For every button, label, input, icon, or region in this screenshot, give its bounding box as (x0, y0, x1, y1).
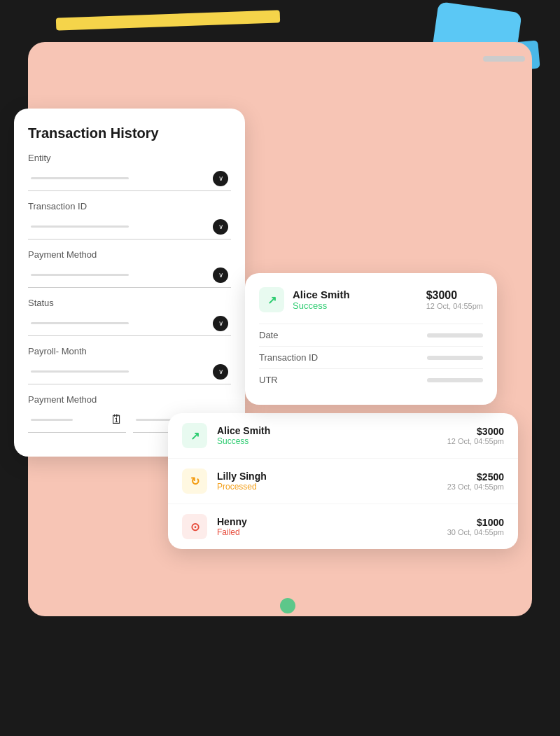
entity-field: Entity ∨ (28, 153, 231, 191)
henny-info: Henny Failed (217, 516, 247, 537)
status-dropdown[interactable]: ∨ (28, 311, 231, 336)
alice-info: Alice Smith Success (217, 425, 270, 446)
alice-status-icon: ↗ (182, 423, 207, 448)
detail-row-date: Date (259, 324, 483, 346)
payment-method-date-label: Payment Method (28, 394, 231, 405)
henny-name: Henny (217, 516, 247, 527)
lilly-amount-group: $2500 23 Oct, 04:55pm (447, 471, 504, 491)
payroll-month-field: Payroll- Month ∨ (28, 346, 231, 384)
payroll-month-dropdown-arrow[interactable]: ∨ (213, 364, 228, 380)
henny-amount: $1000 (447, 517, 504, 528)
alice-amount-group: $3000 12 Oct, 04:55pm (447, 426, 504, 445)
entity-dropdown-arrow[interactable]: ∨ (213, 171, 228, 186)
alice-status: Success (217, 436, 270, 446)
filter-panel-title: Transaction History (28, 125, 231, 141)
list-item-left-henny: ⊙ Henny Failed (182, 514, 247, 539)
calendar-from-icon[interactable]: 🗓 (111, 412, 123, 427)
detail-transaction-id-value (427, 356, 483, 360)
list-item[interactable]: ↻ Lilly Singh Processed $2500 23 Oct, 04… (168, 459, 518, 504)
detail-utr-label: UTR (259, 375, 278, 385)
list-item[interactable]: ↗ Alice Smith Success $3000 12 Oct, 04:5… (168, 413, 518, 459)
green-dot-decoration (280, 598, 295, 613)
henny-status: Failed (217, 527, 247, 537)
detail-name-group: ↗ Alice Smith Success (259, 287, 350, 312)
alice-datetime: 12 Oct, 04:55pm (447, 437, 504, 445)
date-from-line (31, 419, 73, 421)
payment-method-label: Payment Method (28, 249, 231, 260)
payroll-month-dropdown-line (31, 370, 129, 373)
detail-date-label: Date (259, 330, 278, 340)
payment-method-field: Payment Method ∨ (28, 249, 231, 288)
henny-amount-group: $1000 30 Oct, 04:55pm (447, 517, 504, 536)
henny-status-icon: ⊙ (182, 514, 207, 539)
lilly-amount: $2500 (447, 471, 504, 482)
transaction-id-label: Transaction ID (28, 201, 231, 211)
status-field: Status ∨ (28, 298, 231, 336)
transaction-list: ↗ Alice Smith Success $3000 12 Oct, 04:5… (168, 413, 518, 549)
henny-datetime: 30 Oct, 04:55pm (447, 528, 504, 536)
top-bar-decoration (483, 56, 525, 62)
payment-method-dropdown-line (31, 274, 129, 276)
entity-label: Entity (28, 153, 231, 163)
list-item-left-lilly: ↻ Lilly Singh Processed (182, 468, 267, 494)
filter-panel: Transaction History Entity ∨ Transaction… (14, 109, 245, 457)
transaction-id-dropdown-arrow[interactable]: ∨ (213, 219, 228, 235)
transaction-id-field: Transaction ID ∨ (28, 201, 231, 239)
payroll-month-dropdown[interactable]: ∨ (28, 359, 231, 384)
payment-method-dropdown[interactable]: ∨ (28, 263, 231, 288)
status-dropdown-arrow[interactable]: ∨ (213, 316, 228, 331)
alice-name: Alice Smith (217, 425, 270, 436)
lilly-status: Processed (217, 482, 267, 492)
detail-datetime: 12 Oct, 04:55pm (426, 302, 483, 310)
detail-utr-value (427, 378, 483, 382)
detail-name: Alice Smith (293, 289, 350, 300)
entity-dropdown[interactable]: ∨ (28, 166, 231, 191)
payment-method-dropdown-arrow[interactable]: ∨ (213, 268, 228, 283)
entity-dropdown-line (31, 177, 129, 179)
status-label: Status (28, 298, 231, 308)
detail-card: ↗ Alice Smith Success $3000 12 Oct, 04:5… (245, 273, 497, 405)
list-item[interactable]: ⊙ Henny Failed $1000 30 Oct, 04:55pm (168, 504, 518, 549)
date-from-input[interactable]: 🗓 (28, 408, 126, 433)
detail-card-header: ↗ Alice Smith Success $3000 12 Oct, 04:5… (259, 287, 483, 312)
lilly-name: Lilly Singh (217, 471, 267, 482)
yellow-strip-decoration (56, 10, 280, 30)
detail-date-value (427, 333, 483, 338)
detail-status-icon: ↗ (259, 287, 284, 312)
detail-transaction-id-label: Transaction ID (259, 352, 318, 363)
alice-amount: $3000 (447, 426, 504, 437)
detail-row-utr: UTR (259, 368, 483, 391)
detail-amount: $3000 (426, 289, 483, 302)
status-dropdown-line (31, 322, 129, 324)
transaction-id-dropdown[interactable]: ∨ (28, 214, 231, 239)
detail-name-status: Alice Smith Success (293, 289, 350, 311)
transaction-id-dropdown-line (31, 225, 129, 228)
payroll-month-label: Payroll- Month (28, 346, 231, 356)
lilly-info: Lilly Singh Processed (217, 471, 267, 492)
lilly-datetime: 23 Oct, 04:55pm (447, 482, 504, 491)
detail-status: Success (293, 300, 350, 311)
list-item-left-alice: ↗ Alice Smith Success (182, 423, 270, 448)
lilly-status-icon: ↻ (182, 468, 207, 494)
detail-row-transaction-id: Transaction ID (259, 346, 483, 368)
detail-amount-group: $3000 12 Oct, 04:55pm (426, 289, 483, 310)
